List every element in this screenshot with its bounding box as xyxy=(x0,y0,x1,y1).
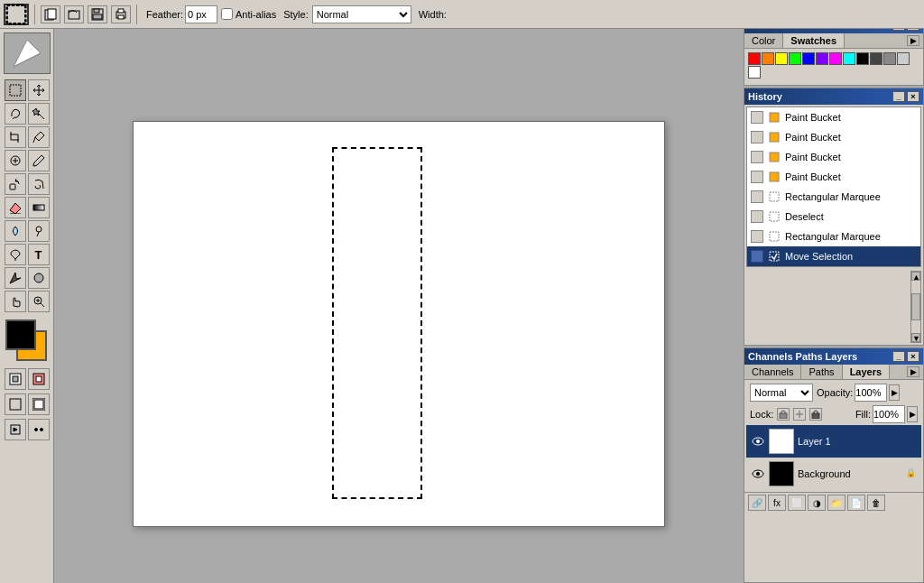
layer-row-0[interactable]: Layer 1 xyxy=(746,425,921,458)
extras-tool[interactable] xyxy=(28,419,50,440)
new-group-btn[interactable]: 📁 xyxy=(827,495,845,511)
anti-alias-checkbox[interactable] xyxy=(221,8,233,20)
swatch-blue[interactable] xyxy=(802,52,815,65)
history-scroll-up[interactable]: ▲ xyxy=(911,272,920,281)
eraser-tool[interactable] xyxy=(5,197,26,218)
blur-tool[interactable] xyxy=(5,220,26,242)
jump-to-imageready[interactable] xyxy=(5,419,26,440)
select-tool-icon[interactable] xyxy=(4,4,29,25)
quick-mask-on[interactable] xyxy=(28,368,50,390)
tab-color[interactable]: Color xyxy=(744,33,783,48)
brush-tool[interactable] xyxy=(28,150,50,171)
add-style-btn[interactable]: fx xyxy=(768,495,786,511)
layers-menu[interactable]: ▶ xyxy=(907,366,919,377)
history-item-0[interactable]: Paint Bucket xyxy=(747,107,920,127)
swatches-content xyxy=(744,49,923,85)
swatch-black[interactable] xyxy=(856,52,869,65)
path-select-tool[interactable] xyxy=(5,267,26,289)
shape-tool[interactable] xyxy=(28,267,50,289)
anti-alias-group[interactable]: Anti-alias xyxy=(221,8,276,20)
history-brush-tool[interactable] xyxy=(28,173,50,195)
history-minimize[interactable]: _ xyxy=(892,91,905,102)
swatches-menu[interactable]: ▶ xyxy=(907,35,919,46)
clone-stamp-tool[interactable] xyxy=(5,173,26,195)
history-item-5[interactable]: Deselect xyxy=(747,207,920,227)
layer-visibility-1[interactable] xyxy=(751,467,765,481)
tab-layers[interactable]: Layers xyxy=(843,365,890,379)
layers-close[interactable]: × xyxy=(907,351,919,362)
swatch-dark-gray[interactable] xyxy=(870,52,882,65)
fill-input[interactable] xyxy=(873,405,905,423)
lock-all-icon[interactable] xyxy=(809,408,822,421)
history-item-1[interactable]: Paint Bucket xyxy=(747,127,920,147)
link-layers-btn[interactable]: 🔗 xyxy=(748,495,766,511)
fill-label: Fill: xyxy=(855,409,871,420)
tab-paths[interactable]: Paths xyxy=(801,365,842,379)
history-item-6[interactable]: Rectangular Marquee xyxy=(747,227,920,246)
history-item-3[interactable]: Paint Bucket xyxy=(747,167,920,187)
tab-swatches[interactable]: Swatches xyxy=(783,33,845,48)
svg-rect-47 xyxy=(780,413,787,419)
layer-row-1[interactable]: Background 🔒 xyxy=(746,458,921,490)
history-checkbox-0 xyxy=(751,111,763,124)
svg-rect-45 xyxy=(770,232,779,241)
marquee-tool[interactable] xyxy=(5,79,26,101)
lasso-tool[interactable] xyxy=(5,103,26,125)
new-layer-btn[interactable]: 📄 xyxy=(847,495,865,511)
text-tool[interactable]: T xyxy=(28,244,50,265)
eyedropper-tool[interactable] xyxy=(28,126,50,148)
open-button[interactable] xyxy=(64,5,84,23)
foreground-color-swatch[interactable] xyxy=(5,319,36,350)
layers-blend-select[interactable]: Normal Dissolve Multiply xyxy=(750,384,813,402)
screen-mode-normal[interactable] xyxy=(5,393,26,415)
move-tool[interactable] xyxy=(28,79,50,101)
lock-move-icon[interactable] xyxy=(793,408,806,421)
swatch-green[interactable] xyxy=(789,52,801,65)
screen-mode-full[interactable] xyxy=(28,393,50,415)
history-item-7[interactable]: Move Selection xyxy=(747,246,920,266)
layers-minimize[interactable]: _ xyxy=(892,351,905,362)
tab-channels[interactable]: Channels xyxy=(744,365,801,379)
swatch-light-gray[interactable] xyxy=(897,52,910,65)
hand-tool[interactable] xyxy=(5,291,26,312)
feather-input[interactable] xyxy=(185,5,217,23)
healing-tool[interactable] xyxy=(5,150,26,171)
history-scroll-down[interactable]: ▼ xyxy=(911,333,920,342)
svg-rect-11 xyxy=(118,15,124,19)
new-button[interactable] xyxy=(41,5,60,23)
magic-wand-tool[interactable] xyxy=(28,103,50,125)
save-button[interactable] xyxy=(88,5,107,23)
quick-mask-off[interactable] xyxy=(5,368,26,390)
history-scrollbar-thumb[interactable] xyxy=(911,293,920,320)
delete-layer-btn[interactable]: 🗑 xyxy=(867,495,885,511)
history-close[interactable]: × xyxy=(907,91,919,102)
swatch-white[interactable] xyxy=(748,66,761,79)
swatch-magenta[interactable] xyxy=(829,52,842,65)
opacity-arrow[interactable]: ▶ xyxy=(889,384,900,401)
history-item-4[interactable]: Rectangular Marquee xyxy=(747,187,920,207)
style-select[interactable]: Normal Fixed Aspect Ratio Fixed Size xyxy=(312,5,411,23)
crop-tool[interactable] xyxy=(5,126,26,148)
new-fill-adjustment-btn[interactable]: ◑ xyxy=(808,495,826,511)
opacity-input[interactable] xyxy=(855,384,887,402)
swatch-gray[interactable] xyxy=(883,52,896,65)
history-item-2[interactable]: Paint Bucket xyxy=(747,147,920,167)
print-button[interactable] xyxy=(111,5,131,23)
layer-visibility-0[interactable] xyxy=(751,434,765,449)
swatch-purple[interactable] xyxy=(816,52,828,65)
swatch-orange[interactable] xyxy=(762,52,774,65)
gradient-tool[interactable] xyxy=(28,197,50,218)
swatch-cyan[interactable] xyxy=(843,52,855,65)
lock-pixels-icon[interactable] xyxy=(777,408,790,421)
photoshop-canvas[interactable] xyxy=(133,121,665,527)
add-mask-btn[interactable]: ⬜ xyxy=(788,495,806,511)
zoom-tool[interactable] xyxy=(28,291,50,312)
pen-tool[interactable] xyxy=(5,244,26,265)
layers-titlebar-btns: _ × xyxy=(892,351,919,362)
swatch-yellow[interactable] xyxy=(775,52,788,65)
svg-rect-10 xyxy=(118,9,124,13)
fill-arrow[interactable]: ▶ xyxy=(907,406,918,422)
dodge-tool[interactable] xyxy=(28,220,50,242)
tool-row-1 xyxy=(5,79,50,101)
swatch-red[interactable] xyxy=(748,52,761,65)
